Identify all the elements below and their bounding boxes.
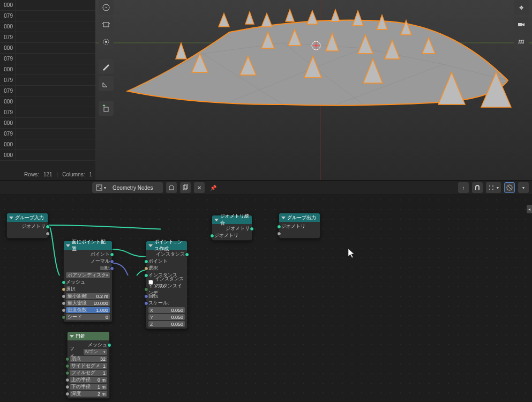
socket-geometry-in[interactable] — [277, 225, 281, 229]
cols-value: 1 — [89, 172, 92, 177]
verts-field[interactable]: 頂点32 — [70, 356, 107, 362]
svg-point-14 — [98, 186, 99, 187]
svg-point-15 — [100, 188, 101, 189]
collapse-icon[interactable] — [148, 244, 153, 247]
node-editor[interactable]: ◂ グループ入力 ジオメトリ グループ出力 ジオメトリ ジオメトリ — [0, 195, 532, 402]
density-factor-field[interactable]: 密度係数1.000 — [66, 307, 110, 313]
spreadsheet-row[interactable]: 079 — [0, 129, 95, 139]
spreadsheet-row[interactable]: 000 — [0, 118, 95, 129]
radius-bot-field[interactable]: 下の半径1 m — [70, 384, 107, 390]
cursor-tool[interactable] — [99, 0, 114, 15]
node-cone[interactable]: 円錐 メッシュ フィ...Nゴン▾ 頂点32 サイドセグメ1 フィルセグ1 上の… — [67, 331, 110, 399]
socket-normal-out[interactable] — [110, 259, 114, 264]
scale-y[interactable]: Y0.050 — [148, 314, 185, 320]
spreadsheet-row[interactable]: 000 — [0, 43, 95, 54]
viewport-3d[interactable]: ✥ — [95, 0, 532, 180]
radius-top-field[interactable]: 上の半径0 m — [70, 377, 107, 383]
spreadsheet-row[interactable]: 079 — [0, 11, 95, 21]
unlink-icon[interactable]: ✕ — [194, 182, 205, 193]
spreadsheet-row[interactable]: 000 — [0, 21, 95, 32]
collapse-icon[interactable] — [70, 335, 74, 338]
node-editor-header: ▾ Geometry Nodes ✕ 📌 ↑ ▾ ▾ — [0, 180, 532, 195]
socket-rotation-in[interactable] — [144, 294, 148, 299]
collapse-icon[interactable] — [214, 219, 219, 221]
overlay-dropdown[interactable]: ▾ — [518, 182, 529, 193]
overlay-toggle[interactable] — [504, 182, 515, 193]
spreadsheet-row[interactable]: 079 — [0, 32, 95, 43]
node-distribute-points[interactable]: 面にポイント配置 ポイント ノーマル 回転 ボアソンディスク▾ メッシュ 選択 … — [63, 241, 113, 322]
pin-icon[interactable]: 📌 — [208, 182, 219, 193]
node-header[interactable]: 面にポイント配置 — [64, 241, 112, 250]
svg-rect-12 — [518, 23, 522, 26]
socket-mesh-out[interactable] — [107, 343, 111, 347]
mesh-render — [95, 0, 532, 180]
method-dropdown[interactable]: ボアソンディスク▾ — [66, 272, 110, 278]
node-header[interactable]: ポイント...ンス作成 — [146, 241, 187, 250]
socket-mesh-in[interactable] — [62, 280, 66, 285]
spreadsheet-row[interactable]: 000 — [0, 139, 95, 150]
depth-field[interactable]: 深度2 m — [70, 391, 107, 397]
socket-instance-in[interactable] — [144, 273, 148, 278]
socket-out[interactable] — [250, 227, 254, 231]
node-header[interactable]: グループ入力 — [7, 213, 48, 222]
spreadsheet-row[interactable]: 079 — [0, 75, 95, 86]
node-join-geometry[interactable]: ジオメトリ統合 ジオメトリ ジオメトリ — [212, 215, 252, 241]
collapse-icon[interactable] — [9, 217, 13, 219]
add-cube-tool[interactable] — [99, 101, 114, 116]
spreadsheet-row[interactable]: 000 — [0, 96, 95, 107]
svg-rect-13 — [96, 185, 102, 190]
measure-tool[interactable] — [99, 76, 114, 91]
socket-select-in[interactable] — [62, 287, 66, 292]
spreadsheet-row[interactable]: 000 — [0, 0, 95, 11]
socket-rotation-out[interactable] — [110, 266, 114, 271]
camera-icon[interactable] — [514, 17, 529, 32]
socket-out[interactable] — [185, 252, 189, 257]
scale-z[interactable]: Z0.050 — [148, 321, 185, 327]
spreadsheet-row[interactable]: 079 — [0, 107, 95, 118]
node-tree-name[interactable]: Geometry Nodes — [109, 185, 163, 191]
node-tree-dropdown[interactable]: ▾ — [92, 184, 109, 191]
spreadsheet-status: Rows: 121 | Columns: 1 — [0, 168, 95, 180]
snap-toggle[interactable] — [472, 182, 483, 193]
dist-min-field[interactable]: 最小距離0.2 m — [66, 293, 110, 299]
snap-type[interactable]: ▾ — [486, 182, 501, 193]
sidebar-toggle[interactable]: ◂ — [527, 205, 532, 213]
new-nodetree-icon[interactable] — [180, 182, 191, 193]
socket-in[interactable] — [210, 234, 214, 238]
fill-seg-field[interactable]: フィルセグ1 — [70, 370, 107, 376]
svg-point-7 — [106, 7, 107, 8]
spreadsheet-row[interactable]: 079 — [0, 86, 95, 96]
fill-type-dropdown[interactable]: Nゴン▾ — [84, 349, 107, 355]
frame-tool[interactable] — [99, 17, 114, 32]
socket-points-in[interactable] — [144, 259, 148, 264]
collapse-icon[interactable] — [281, 217, 286, 219]
scale-x[interactable]: X0.050 — [148, 307, 185, 313]
mouse-cursor — [348, 249, 355, 258]
pan-icon[interactable]: ✥ — [514, 0, 529, 15]
spreadsheet-row[interactable]: 000 — [0, 150, 95, 161]
collapse-icon[interactable] — [66, 244, 70, 247]
side-seg-field[interactable]: サイドセグメ1 — [70, 363, 107, 369]
node-group-output[interactable]: グループ出力 ジオメトリ — [279, 213, 320, 239]
socket-points-out[interactable] — [110, 252, 114, 257]
node-header[interactable]: グループ出力 — [279, 213, 320, 222]
socket-geometry-out[interactable] — [46, 225, 50, 229]
svg-rect-8 — [103, 23, 109, 27]
spreadsheet-row[interactable]: 079 — [0, 54, 95, 64]
parent-node-icon[interactable]: ↑ — [458, 182, 469, 193]
density-max-field[interactable]: 最大密度10.000 — [66, 300, 110, 306]
seed-field[interactable]: シード0 — [66, 314, 110, 320]
grid-icon[interactable] — [514, 34, 529, 49]
fake-user-icon[interactable] — [166, 182, 177, 193]
node-header[interactable]: ジオメトリ統合 — [212, 215, 252, 224]
framesel-tool[interactable] — [99, 34, 114, 49]
node-group-input[interactable]: グループ入力 ジオメトリ — [6, 213, 48, 239]
rows-value: 121 — [43, 172, 53, 177]
node-instance-on-points[interactable]: ポイント...ンス作成 インスタンス ポイント 選択 インスタンス インスタンス… — [146, 241, 188, 329]
socket-blank-in[interactable] — [277, 232, 281, 236]
node-header[interactable]: 円錐 — [68, 332, 109, 340]
socket-blank-out[interactable] — [46, 232, 50, 236]
svg-point-20 — [489, 189, 490, 190]
annotate-tool[interactable] — [99, 59, 114, 74]
spreadsheet-row[interactable]: 000 — [0, 64, 95, 75]
